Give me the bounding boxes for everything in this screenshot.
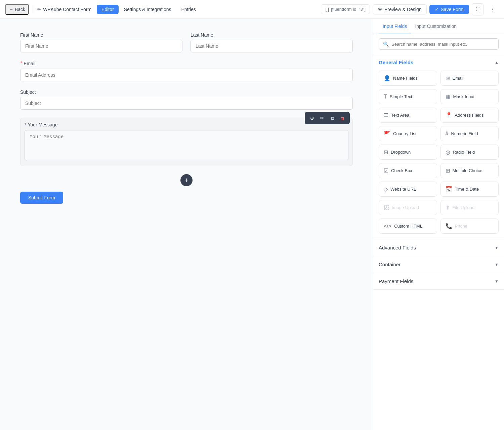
field-label-country-list: Country List bbox=[393, 131, 416, 136]
edit-toolbar-btn[interactable]: ✏ bbox=[318, 113, 327, 123]
save-button[interactable]: ✓ Save Form bbox=[429, 5, 469, 14]
email-field: * Email bbox=[20, 61, 353, 81]
person-icon: 👤 bbox=[384, 75, 390, 81]
preview-button[interactable]: 👁 Preview & Design bbox=[373, 4, 427, 14]
field-label-phone: Phone bbox=[455, 224, 468, 229]
field-btn-file-upload: ⬆ File Upload bbox=[440, 200, 499, 215]
first-name-input[interactable] bbox=[20, 40, 182, 52]
field-btn-check-box[interactable]: ☑ Check Box bbox=[379, 163, 437, 178]
search-box: 🔍 bbox=[379, 38, 499, 50]
field-btn-country-list[interactable]: 🚩 Country List bbox=[379, 126, 437, 141]
eye-icon: 👁 bbox=[378, 7, 382, 12]
field-btn-website-url[interactable]: ◇ Website URL bbox=[379, 182, 437, 197]
search-input[interactable] bbox=[391, 42, 494, 47]
form-title-text: WPKube Contact Form bbox=[43, 7, 91, 12]
field-label-image-upload: Image Upload bbox=[392, 205, 419, 210]
field-label-mask-input: Mask Input bbox=[453, 94, 475, 99]
tab-input-customization[interactable]: Input Customization bbox=[411, 19, 461, 34]
tab-entries[interactable]: Entries bbox=[177, 5, 201, 14]
dropdown-icon: ⊟ bbox=[384, 149, 388, 155]
field-label-time-date: Time & Date bbox=[455, 187, 479, 192]
field-label-website-url: Website URL bbox=[390, 187, 416, 192]
fields-grid: 👤 Name Fields ✉ Email T Simple Text ▦ Ma… bbox=[379, 71, 499, 234]
edit-icon: ✏ bbox=[37, 7, 41, 12]
message-label: * Your Message bbox=[25, 122, 348, 127]
subject-row: Subject bbox=[20, 89, 353, 110]
container-section[interactable]: Container ▼ bbox=[373, 256, 504, 273]
field-label-address-fields: Address Fields bbox=[455, 113, 484, 118]
field-btn-phone: 📞 Phone bbox=[440, 219, 499, 234]
field-btn-address-fields[interactable]: 📍 Address Fields bbox=[440, 108, 499, 123]
container-chevron: ▼ bbox=[495, 262, 499, 267]
message-required-star: * bbox=[25, 122, 26, 127]
subject-input[interactable] bbox=[20, 97, 353, 110]
field-btn-name-fields[interactable]: 👤 Name Fields bbox=[379, 71, 437, 86]
last-name-input[interactable] bbox=[191, 40, 353, 52]
shortcode-text: [fluentform id="3"] bbox=[331, 7, 366, 12]
checkbox-icon: ☑ bbox=[384, 167, 388, 174]
general-fields-header[interactable]: General Fields ▲ bbox=[379, 60, 499, 65]
field-btn-time-date[interactable]: 📅 Time & Date bbox=[440, 182, 499, 197]
field-btn-text-area[interactable]: ☰ Text Area bbox=[379, 108, 437, 123]
field-btn-multiple-choice[interactable]: ⊞ Multiple Choice bbox=[440, 163, 499, 178]
field-btn-dropdown[interactable]: ⊟ Dropdown bbox=[379, 145, 437, 160]
multiple-icon: ⊞ bbox=[446, 167, 450, 174]
field-label-simple-text: Simple Text bbox=[390, 94, 412, 99]
advanced-fields-label: Advanced Fields bbox=[379, 245, 416, 250]
advanced-fields-section[interactable]: Advanced Fields ▼ bbox=[373, 239, 504, 256]
subject-label: Subject bbox=[20, 89, 353, 95]
phone-icon: 📞 bbox=[446, 223, 452, 229]
back-label: Back bbox=[15, 7, 25, 12]
tab-input-fields[interactable]: Input Fields bbox=[379, 19, 411, 34]
message-textarea[interactable] bbox=[25, 130, 348, 160]
more-options-button[interactable]: ⋮ bbox=[487, 3, 499, 15]
field-btn-image-upload: 🖼 Image Upload bbox=[379, 200, 437, 215]
copy-toolbar-btn[interactable]: ⧉ bbox=[328, 113, 337, 123]
field-label-dropdown: Dropdown bbox=[391, 150, 411, 155]
tab-settings[interactable]: Settings & Integrations bbox=[119, 5, 176, 14]
add-field-button[interactable]: + bbox=[180, 174, 193, 186]
field-btn-email[interactable]: ✉ Email bbox=[440, 71, 499, 86]
payment-fields-label: Payment Fields bbox=[379, 278, 413, 284]
field-btn-simple-text[interactable]: T Simple Text bbox=[379, 89, 437, 104]
back-button[interactable]: ← Back bbox=[5, 4, 29, 15]
flag-icon: 🚩 bbox=[384, 130, 390, 137]
general-fields-chevron: ▲ bbox=[495, 60, 499, 65]
submit-button[interactable]: Submit Form bbox=[20, 192, 63, 204]
email-required-star: * bbox=[20, 61, 22, 67]
back-arrow-icon: ← bbox=[9, 7, 13, 12]
field-btn-mask-input[interactable]: ▦ Mask Input bbox=[440, 89, 499, 104]
email-input[interactable] bbox=[20, 69, 353, 81]
mask-icon: ▦ bbox=[446, 93, 451, 100]
form-area: First Name Last Name * Email bbox=[0, 19, 373, 430]
code-icon: </> bbox=[384, 223, 391, 229]
shortcode-button[interactable]: [ ] [fluentform id="3"] bbox=[321, 4, 370, 14]
fullscreen-icon: ⛶ bbox=[476, 7, 480, 12]
email-label: * Email bbox=[20, 61, 353, 67]
plus-icon: + bbox=[184, 177, 188, 184]
main-layout: First Name Last Name * Email bbox=[0, 19, 504, 430]
fullscreen-button[interactable]: ⛶ bbox=[472, 3, 484, 15]
move-toolbar-btn[interactable]: ⊕ bbox=[307, 113, 317, 123]
field-label-numeric-field: Numeric Field bbox=[451, 131, 478, 136]
last-name-label: Last Name bbox=[191, 32, 353, 38]
search-container: 🔍 bbox=[373, 34, 504, 54]
image-icon: 🖼 bbox=[384, 205, 389, 211]
form-title: ✏ WPKube Contact Form bbox=[37, 7, 91, 12]
field-label-custom-html: Custom HTML bbox=[394, 224, 422, 229]
field-btn-custom-html[interactable]: </> Custom HTML bbox=[379, 219, 437, 234]
textarea-icon: ☰ bbox=[384, 112, 388, 118]
submit-label: Submit Form bbox=[28, 195, 55, 200]
field-label-text-area: Text Area bbox=[391, 113, 409, 118]
payment-fields-section[interactable]: Payment Fields ▼ bbox=[373, 273, 504, 290]
tab-editor[interactable]: Editor bbox=[97, 5, 119, 14]
hash-icon: # bbox=[446, 131, 449, 137]
dots-icon: ⋮ bbox=[491, 7, 495, 12]
delete-toolbar-btn[interactable]: 🗑 bbox=[338, 113, 347, 123]
field-btn-radio-field[interactable]: ◎ Radio Field bbox=[440, 145, 499, 160]
panel-tabs: Input Fields Input Customization bbox=[373, 19, 504, 34]
email-row: * Email bbox=[20, 61, 353, 81]
payment-fields-chevron: ▼ bbox=[495, 279, 499, 284]
nav-divider bbox=[33, 5, 33, 13]
field-btn-numeric-field[interactable]: # Numeric Field bbox=[440, 126, 499, 141]
